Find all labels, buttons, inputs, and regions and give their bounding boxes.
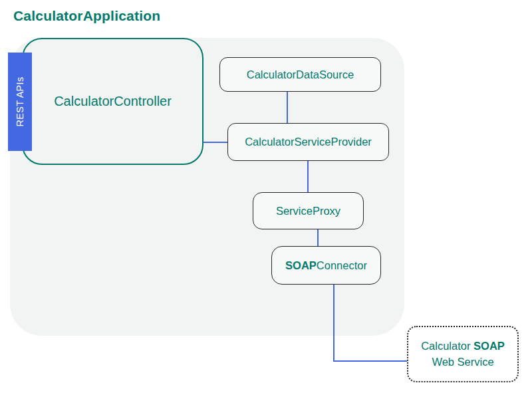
webservice-label-line1-bold: SOAP	[473, 340, 505, 352]
connector-provider-to-proxy	[307, 161, 309, 192]
node-soap-connector-label-rest: Connector	[317, 259, 367, 271]
connector-datasource-to-provider	[287, 92, 288, 123]
connector-soapconnector-to-webservice-vertical	[333, 285, 334, 362]
page-title: CalculatorApplication	[13, 8, 160, 24]
node-calculator-data-source: CalculatorDataSource	[219, 57, 381, 92]
node-service-proxy: ServiceProxy	[253, 192, 364, 229]
node-soap-connector-label-bold: SOAP	[285, 259, 317, 271]
node-calculator-service-provider-label: CalculatorServiceProvider	[245, 136, 372, 148]
node-soap-connector-label: SOAPConnector	[285, 259, 367, 272]
connector-proxy-to-soapconnector	[317, 229, 319, 246]
webservice-label-line1-regular: Calculator	[421, 340, 470, 352]
node-calculator-soap-web-service-label: Calculator SOAP Web Service	[421, 338, 505, 370]
node-soap-connector: SOAPConnector	[271, 246, 381, 285]
node-calculator-controller-label: CalculatorController	[54, 94, 172, 109]
node-calculator-controller: CalculatorController	[22, 38, 203, 165]
node-calculator-service-provider: CalculatorServiceProvider	[227, 123, 389, 161]
rest-apis-badge: REST APIs	[8, 53, 32, 151]
node-service-proxy-label: ServiceProxy	[276, 205, 340, 217]
diagram-canvas: CalculatorApplication CalculatorControll…	[0, 0, 532, 395]
node-calculator-soap-web-service: Calculator SOAP Web Service	[407, 326, 519, 382]
webservice-label-line1: Calculator SOAP	[421, 340, 505, 352]
rest-apis-badge-label: REST APIs	[15, 77, 25, 127]
connector-soapconnector-to-webservice-horizontal	[333, 360, 408, 362]
webservice-label-line2: Web Service	[432, 356, 493, 368]
connector-controller-to-provider	[203, 142, 227, 143]
node-calculator-data-source-label: CalculatorDataSource	[247, 68, 354, 81]
